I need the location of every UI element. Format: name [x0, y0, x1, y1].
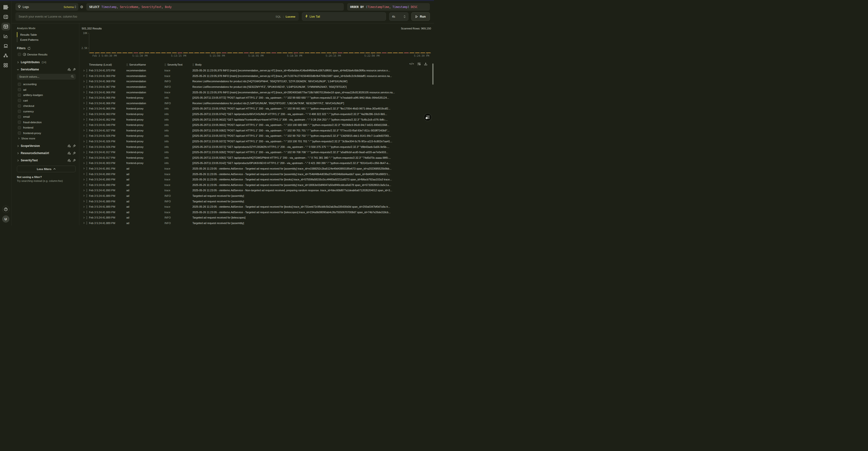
expand-chevron-icon[interactable] — [81, 184, 87, 186]
expand-chevron-icon[interactable] — [81, 108, 87, 110]
lucene-toggle[interactable]: Lucene — [286, 15, 296, 18]
bar-chart-icon[interactable] — [68, 68, 71, 71]
search-input[interactable] — [16, 12, 299, 21]
drag-handle-icon[interactable] — [126, 63, 128, 66]
expand-chevron-icon[interactable] — [81, 86, 87, 88]
log-row[interactable]: Feb 3 5:24:41.968 PMrecommendationINFORe… — [79, 79, 434, 84]
expand-chevron-icon[interactable] — [81, 118, 87, 121]
log-row[interactable]: Feb 3 5:24:41.890 PMadtrace2025-05-26 11… — [79, 182, 434, 188]
pin-icon[interactable] — [73, 152, 76, 155]
checkbox-icon[interactable] — [18, 121, 21, 124]
pin-icon[interactable] — [73, 68, 76, 71]
log-row[interactable]: Feb 3 5:24:41.889 PMadINFOTargeted ad re… — [79, 193, 434, 199]
sql-toggle[interactable]: SQL — [276, 15, 281, 18]
expand-chevron-icon[interactable] — [81, 222, 87, 224]
expand-chevron-icon[interactable] — [81, 162, 87, 164]
group-servicename[interactable]: ServiceName — [17, 66, 76, 72]
expand-chevron-icon[interactable] — [81, 206, 87, 208]
gear-icon[interactable]: ⚙ — [79, 3, 84, 10]
col-timestamp[interactable]: Timestamp (Local) — [89, 63, 126, 66]
log-row[interactable]: Feb 3 5:24:41.952 PMfrontend-proxyinfo[2… — [79, 117, 434, 122]
vertical-scrollbar-thumb[interactable] — [432, 63, 434, 85]
log-row[interactable]: Feb 3 5:24:41.965 PMfrontend-proxyinfo[2… — [79, 106, 434, 112]
bar-chart-icon[interactable] — [68, 159, 71, 162]
checkbox-icon[interactable] — [18, 83, 21, 86]
checkbox-icon[interactable] — [18, 131, 21, 134]
log-row[interactable]: Feb 3 5:24:41.891 PMadtrace2025-05-26 11… — [79, 166, 434, 172]
bar-chart-icon[interactable] — [68, 145, 71, 147]
group-scopeversion[interactable]: ScopeVersion — [17, 143, 76, 149]
log-row[interactable]: Feb 3 5:24:41.927 PMfrontend-proxyinfo[2… — [79, 128, 434, 133]
live-tail-button[interactable]: Live Tail — [302, 12, 386, 21]
log-row[interactable]: Feb 3 5:24:41.889 PMadINFOTargeted ad re… — [79, 220, 434, 226]
log-row[interactable]: Feb 3 5:24:41.890 PMadtrace2025-05-26 11… — [79, 177, 434, 182]
log-row[interactable]: Feb 3 5:24:41.970 PMrecommendationtrace2… — [79, 68, 434, 73]
nav-service-map[interactable] — [1, 52, 10, 59]
pin-icon[interactable] — [73, 159, 76, 162]
log-row[interactable]: Feb 3 5:24:41.917 PMfrontend-proxyinfo[2… — [79, 150, 434, 155]
service-option[interactable]: cart — [17, 98, 76, 103]
checkbox-icon[interactable] — [18, 99, 21, 102]
log-row[interactable]: Feb 3 5:24:41.949 PMfrontend-proxyinfo[2… — [79, 122, 434, 128]
filter-values-search-input[interactable] — [17, 74, 76, 80]
histogram-chart[interactable]: 10K2.5K Feb 3 5:09:30 PM5:11:30 PM5:13:1… — [79, 32, 432, 57]
expand-chevron-icon[interactable] — [81, 140, 87, 143]
mode-results-table[interactable]: Results Table — [17, 32, 76, 37]
less-filters-button[interactable]: Less filters — [17, 166, 76, 172]
expand-chevron-icon[interactable] — [81, 91, 87, 93]
expand-chevron-icon[interactable] — [81, 129, 87, 131]
log-row[interactable]: Feb 3 5:24:41.889 PMadtrace2025-05-26 11… — [79, 204, 434, 210]
checkbox-icon[interactable] — [18, 110, 21, 113]
histogram-plot[interactable]: 10K2.5K — [89, 32, 431, 53]
nav-dashboards[interactable] — [1, 61, 10, 69]
user-avatar[interactable]: U — [2, 215, 9, 222]
expand-chevron-icon[interactable] — [81, 211, 87, 213]
log-row[interactable]: Feb 3 5:24:41.966 PMfrontend-proxyinfo[2… — [79, 95, 434, 100]
download-icon[interactable] — [424, 62, 427, 65]
col-severitytext[interactable]: SeverityText — [164, 63, 192, 66]
expand-chevron-icon[interactable] — [81, 194, 87, 197]
expand-chevron-icon[interactable] — [81, 97, 87, 99]
log-row[interactable]: Feb 3 5:24:41.963 PMfrontend-proxyinfo[2… — [79, 112, 434, 117]
log-row[interactable]: Feb 3 5:24:41.889 PMadtrace2025-05-26 11… — [79, 209, 434, 215]
drag-handle-icon[interactable] — [192, 63, 194, 66]
service-option[interactable]: artillery-loadgen — [17, 92, 76, 98]
checkbox-icon[interactable] — [18, 126, 21, 129]
display-options-fab[interactable] — [424, 113, 432, 121]
expand-chevron-icon[interactable] — [81, 124, 87, 126]
expand-chevron-icon[interactable] — [81, 151, 87, 153]
service-option[interactable]: frontend — [17, 125, 76, 130]
run-button[interactable]: Run — [411, 12, 430, 21]
log-row[interactable]: Feb 3 5:24:41.967 PMrecommendationINFORe… — [79, 84, 434, 90]
log-row[interactable]: Feb 3 5:24:41.917 PMfrontend-proxyinfo[2… — [79, 155, 434, 161]
nav-sessions[interactable] — [1, 42, 10, 50]
help-button[interactable] — [2, 206, 9, 213]
drag-handle-icon[interactable] — [164, 63, 166, 66]
expand-chevron-icon[interactable] — [81, 75, 87, 77]
service-option[interactable]: checkout — [17, 103, 76, 109]
refresh-interval-select[interactable]: 4s — [389, 12, 408, 21]
refresh-filters-icon[interactable] — [28, 47, 31, 50]
service-option[interactable]: email — [17, 114, 76, 120]
mode-event-patterns[interactable]: Event Patterns — [17, 37, 76, 42]
service-option[interactable]: frontend-proxy — [17, 130, 76, 136]
log-row[interactable]: Feb 3 5:24:41.966 PMrecommendationINFORe… — [79, 100, 434, 106]
group-logattributes[interactable]: LogAttributes {14} — [17, 59, 76, 65]
log-row[interactable]: Feb 3 5:24:41.903 PMfrontend-proxyinfo[2… — [79, 160, 434, 166]
service-option[interactable]: currency — [17, 109, 76, 114]
logo-icon[interactable] — [1, 3, 10, 11]
pin-icon[interactable] — [73, 145, 76, 147]
checkbox-icon[interactable] — [18, 53, 21, 56]
checkbox-icon[interactable] — [18, 104, 21, 108]
checkbox-icon[interactable] — [18, 88, 21, 91]
log-row[interactable]: Feb 3 5:24:41.926 PMfrontend-proxyinfo[2… — [79, 133, 434, 139]
expand-chevron-icon[interactable] — [81, 168, 87, 170]
checkbox-icon[interactable] — [18, 94, 21, 97]
expand-chevron-icon[interactable] — [81, 69, 87, 72]
group-resourceschemaurl[interactable]: ResourceSchemaUrl — [17, 150, 76, 156]
log-row[interactable]: Feb 3 5:24:41.969 PMrecommendationtrace2… — [79, 73, 434, 79]
expand-chevron-icon[interactable] — [81, 80, 87, 83]
expand-chevron-icon[interactable] — [81, 178, 87, 181]
service-option[interactable]: ad — [17, 87, 76, 93]
select-query-editor[interactable]: SELECTTimestamp, ServiceName, SeverityTe… — [86, 3, 344, 10]
